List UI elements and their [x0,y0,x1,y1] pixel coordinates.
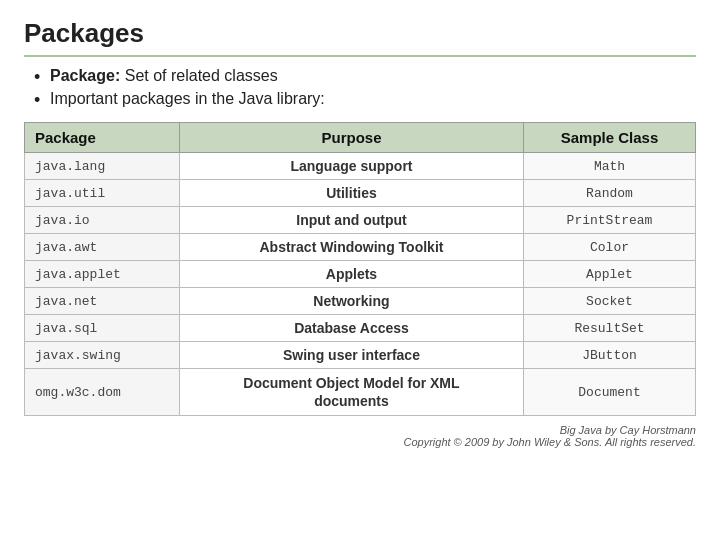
footer: Big Java by Cay Horstmann Copyright © 20… [24,424,696,448]
footer-line1: Big Java by Cay Horstmann [24,424,696,436]
cell-sample-6: ResultSet [524,315,696,342]
col-header-sample: Sample Class [524,123,696,153]
cell-purpose-0: Language support [179,153,523,180]
cell-sample-5: Socket [524,288,696,315]
cell-package-5: java.net [25,288,180,315]
cell-sample-1: Random [524,180,696,207]
cell-purpose-6: Database Access [179,315,523,342]
cell-package-8: omg.w3c.dom [25,369,180,416]
cell-purpose-2: Input and output [179,207,523,234]
cell-purpose-7: Swing user interface [179,342,523,369]
bullet-item-1: Package: Set of related classes [34,67,696,85]
table-row: java.netNetworkingSocket [25,288,696,315]
table-row: java.awtAbstract Windowing ToolkitColor [25,234,696,261]
col-header-purpose: Purpose [179,123,523,153]
bullet-1-text: Set of related classes [120,67,277,84]
bullet-item-2: Important packages in the Java library: [34,90,696,108]
table-row: omg.w3c.domDocument Object Model for XML… [25,369,696,416]
bullet-1-label: Package: [50,67,120,84]
cell-package-6: java.sql [25,315,180,342]
bullet-2-label: Important packages in the Java library: [50,90,325,107]
cell-package-1: java.util [25,180,180,207]
table-row: javax.swingSwing user interfaceJButton [25,342,696,369]
cell-sample-3: Color [524,234,696,261]
cell-sample-2: PrintStream [524,207,696,234]
packages-table: Package Purpose Sample Class java.langLa… [24,122,696,416]
table-row: java.ioInput and outputPrintStream [25,207,696,234]
table-row: java.utilUtilitiesRandom [25,180,696,207]
cell-package-3: java.awt [25,234,180,261]
cell-purpose-3: Abstract Windowing Toolkit [179,234,523,261]
table-header-row: Package Purpose Sample Class [25,123,696,153]
cell-package-7: javax.swing [25,342,180,369]
table-row: java.appletAppletsApplet [25,261,696,288]
footer-line2: Copyright © 2009 by John Wiley & Sons. A… [24,436,696,448]
table-row: java.sqlDatabase AccessResultSet [25,315,696,342]
cell-package-4: java.applet [25,261,180,288]
col-header-package: Package [25,123,180,153]
cell-purpose-4: Applets [179,261,523,288]
cell-sample-8: Document [524,369,696,416]
cell-sample-7: JButton [524,342,696,369]
cell-purpose-1: Utilities [179,180,523,207]
cell-package-0: java.lang [25,153,180,180]
table-row: java.langLanguage supportMath [25,153,696,180]
page-title: Packages [24,18,696,57]
cell-sample-0: Math [524,153,696,180]
cell-package-2: java.io [25,207,180,234]
cell-purpose-8: Document Object Model for XMLdocuments [179,369,523,416]
bullet-list: Package: Set of related classes Importan… [34,67,696,108]
cell-purpose-5: Networking [179,288,523,315]
cell-sample-4: Applet [524,261,696,288]
